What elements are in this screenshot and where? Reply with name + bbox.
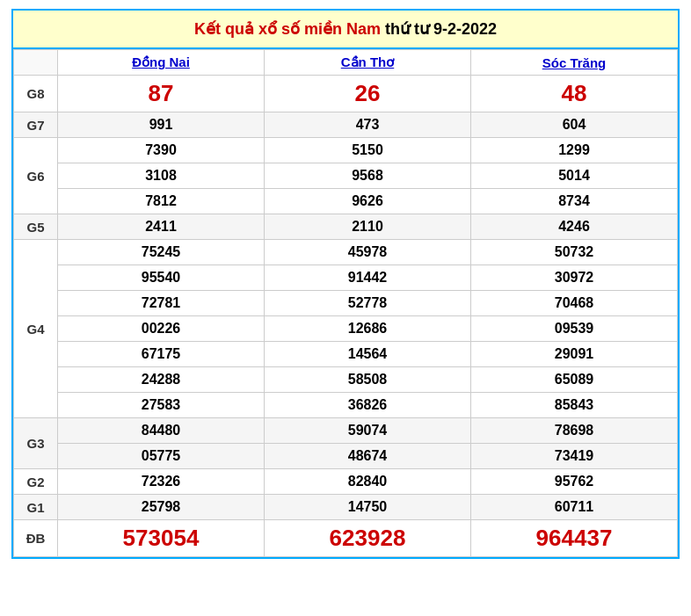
table-row: G6 7390 5150 1299 xyxy=(14,138,678,163)
prize-value-c3: 95762 xyxy=(471,469,678,495)
table-row: 3108 9568 5014 xyxy=(14,163,678,189)
table-row: 27583 36826 85843 xyxy=(14,393,678,418)
table-row: 7812 9626 8734 xyxy=(14,189,678,214)
prize-value-c2: 14750 xyxy=(265,495,471,520)
header-label xyxy=(14,50,58,76)
prize-value-c1: 2411 xyxy=(58,214,265,240)
prize-value-c3: 73419 xyxy=(471,444,678,469)
table-row: 05775 48674 73419 xyxy=(14,444,678,469)
prize-label: G4 xyxy=(14,240,58,418)
table-row: G7 991 473 604 xyxy=(14,112,678,138)
prize-value-c3: 4246 xyxy=(471,214,678,240)
prize-value-c1: 84480 xyxy=(58,418,265,444)
prize-value-c2: 36826 xyxy=(265,393,471,418)
prize-value-c1: 72326 xyxy=(58,469,265,495)
prize-value-c3: 85843 xyxy=(471,393,678,418)
header-title-red: Kết quả xổ số miền Nam xyxy=(194,20,381,38)
prize-label: G8 xyxy=(14,76,58,112)
prize-value-c1: 7812 xyxy=(58,189,265,214)
header-title-black: thứ tư 9-2-2022 xyxy=(381,20,497,38)
header-col1: Đồng Nai xyxy=(58,50,265,76)
prize-value-c2: 59074 xyxy=(265,418,471,444)
prize-value-c1: 95540 xyxy=(58,265,265,291)
table-row: 24288 58508 65089 xyxy=(14,367,678,393)
prize-value-c2: 58508 xyxy=(265,367,471,393)
prize-value-c2: 473 xyxy=(265,112,471,138)
prize-value-c3: 604 xyxy=(471,112,678,138)
table-row: G3 84480 59074 78698 xyxy=(14,418,678,444)
prize-label: G2 xyxy=(14,469,58,495)
prize-value-c3: 964437 xyxy=(471,520,678,557)
prize-value-c1: 72781 xyxy=(58,291,265,316)
header-col2: Cần Thơ xyxy=(265,50,471,76)
table-row: ĐB 573054 623928 964437 xyxy=(14,520,678,557)
prize-value-c1: 27583 xyxy=(58,393,265,418)
prize-value-c2: 9568 xyxy=(265,163,471,189)
prize-value-c3: 50732 xyxy=(471,240,678,265)
prize-value-c2: 48674 xyxy=(265,444,471,469)
prize-value-c3: 78698 xyxy=(471,418,678,444)
prize-value-c3: 1299 xyxy=(471,138,678,163)
prize-value-c3: 65089 xyxy=(471,367,678,393)
prize-value-c2: 623928 xyxy=(265,520,471,557)
table-row: 67175 14564 29091 xyxy=(14,342,678,367)
prize-value-c1: 7390 xyxy=(58,138,265,163)
table-row: G8 87 26 48 xyxy=(14,76,678,112)
prize-value-c1: 25798 xyxy=(58,495,265,520)
prize-value-c2: 91442 xyxy=(265,265,471,291)
table-header-row: Đồng Nai Cần Thơ Sóc Trăng xyxy=(14,50,678,76)
prize-value-c2: 2110 xyxy=(265,214,471,240)
prize-value-c1: 67175 xyxy=(58,342,265,367)
table-row: 72781 52778 70468 xyxy=(14,291,678,316)
prize-value-c2: 26 xyxy=(265,76,471,112)
prize-label: G3 xyxy=(14,418,58,469)
table-row: G5 2411 2110 4246 xyxy=(14,214,678,240)
prize-value-c1: 24288 xyxy=(58,367,265,393)
results-table: Đồng Nai Cần Thơ Sóc Trăng G8 87 26 48 G… xyxy=(13,49,678,557)
prize-value-c1: 991 xyxy=(58,112,265,138)
prize-value-c3: 5014 xyxy=(471,163,678,189)
prize-value-c3: 8734 xyxy=(471,189,678,214)
prize-value-c3: 70468 xyxy=(471,291,678,316)
prize-value-c1: 573054 xyxy=(58,520,265,557)
table-row: G1 25798 14750 60711 xyxy=(14,495,678,520)
prize-value-c2: 14564 xyxy=(265,342,471,367)
page-header: Kết quả xổ số miền Nam thứ tư 9-2-2022 xyxy=(13,11,678,49)
prize-value-c2: 82840 xyxy=(265,469,471,495)
table-row: 00226 12686 09539 xyxy=(14,316,678,342)
prize-label: G1 xyxy=(14,495,58,520)
prize-value-c3: 60711 xyxy=(471,495,678,520)
prize-value-c3: 30972 xyxy=(471,265,678,291)
prize-label: G5 xyxy=(14,214,58,240)
prize-label: ĐB xyxy=(14,520,58,557)
table-row: 95540 91442 30972 xyxy=(14,265,678,291)
prize-label: G7 xyxy=(14,112,58,138)
prize-value-c3: 48 xyxy=(471,76,678,112)
header-col3: Sóc Trăng xyxy=(471,50,678,76)
prize-value-c1: 87 xyxy=(58,76,265,112)
prize-label: G6 xyxy=(14,138,58,214)
prize-value-c3: 09539 xyxy=(471,316,678,342)
prize-value-c2: 9626 xyxy=(265,189,471,214)
prize-value-c2: 12686 xyxy=(265,316,471,342)
prize-value-c1: 3108 xyxy=(58,163,265,189)
prize-value-c1: 05775 xyxy=(58,444,265,469)
prize-value-c2: 5150 xyxy=(265,138,471,163)
prize-value-c1: 00226 xyxy=(58,316,265,342)
table-row: G2 72326 82840 95762 xyxy=(14,469,678,495)
table-row: G4 75245 45978 50732 xyxy=(14,240,678,265)
main-container: Kết quả xổ số miền Nam thứ tư 9-2-2022 Đ… xyxy=(11,9,680,559)
prize-value-c2: 45978 xyxy=(265,240,471,265)
prize-value-c1: 75245 xyxy=(58,240,265,265)
prize-value-c3: 29091 xyxy=(471,342,678,367)
prize-value-c2: 52778 xyxy=(265,291,471,316)
